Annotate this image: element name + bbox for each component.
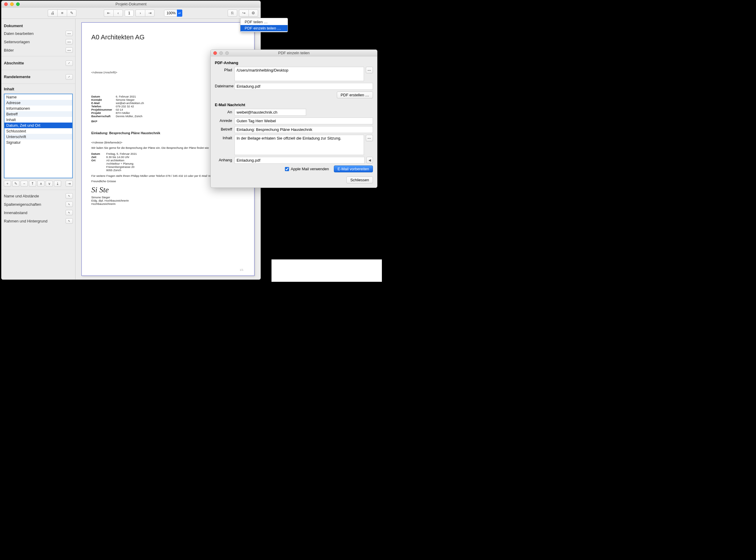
label-dateiname: Dateiname: [215, 83, 234, 88]
settings-button[interactable]: ≡: [57, 9, 67, 17]
pfad-input[interactable]: [234, 67, 364, 81]
label-an: An: [215, 109, 234, 114]
share-menu: PDF teilen … PDF einzeln teilen …: [240, 18, 288, 32]
label-pfad: Pfad: [215, 67, 234, 72]
company-name: A0 Architekten AG: [91, 34, 245, 41]
move-top-button[interactable]: ⤒: [29, 181, 36, 187]
gear-button[interactable]: ⚙: [249, 9, 258, 17]
list-item[interactable]: Name: [4, 94, 72, 100]
edit-icon[interactable]: ✎: [66, 218, 73, 224]
window-title: Projekt-Dokument: [1, 2, 260, 6]
browse-button[interactable]: •••: [366, 67, 373, 73]
section-email: E-Mail Nachricht: [215, 103, 373, 107]
dialog-window: PDF einzeln teilen PDF-Anhang Pfad ••• D…: [210, 49, 377, 188]
list-item[interactable]: Unterschrift: [4, 134, 72, 140]
section-pdf-anhang: PDF-Anhang: [215, 61, 373, 65]
move-down-button[interactable]: ∨: [46, 181, 53, 187]
last-page-button[interactable]: ⇥: [145, 9, 155, 17]
prop-rahmen[interactable]: Rahmen und Hintergrund: [4, 219, 47, 223]
dateiname-input[interactable]: [234, 83, 373, 90]
print-button[interactable]: 🖨: [48, 9, 57, 17]
anhang-input[interactable]: [234, 157, 365, 164]
import-button[interactable]: ⇥: [66, 181, 73, 187]
edit-button[interactable]: ✎: [67, 9, 76, 17]
list-item[interactable]: Signatur: [4, 140, 72, 145]
sidebar-item-seitenvorlagen[interactable]: Seitenvorlagen: [4, 40, 30, 44]
reveal-button[interactable]: ◀: [366, 157, 373, 163]
edit-icon[interactable]: ✎: [66, 193, 73, 199]
list-item[interactable]: Adresse: [4, 100, 72, 105]
label-anhang: Anhang: [215, 157, 234, 162]
share-button[interactable]: ↪: [239, 9, 249, 17]
move-up-button[interactable]: ∧: [37, 181, 44, 187]
main-titlebar: Projekt-Dokument: [1, 1, 260, 7]
sidebar-header-inhalt: Inhalt: [4, 85, 73, 93]
more-icon[interactable]: •••: [66, 39, 73, 44]
more-button[interactable]: •••: [366, 135, 373, 141]
label-inhalt: Inhalt: [215, 135, 234, 140]
more-icon[interactable]: •••: [66, 47, 73, 53]
edit-item-button[interactable]: ✎: [12, 181, 19, 187]
inhalt-input[interactable]: [234, 135, 364, 155]
sidebar-header-abschnitte: Abschnitte: [4, 60, 24, 66]
prop-spalten[interactable]: Spalteneigenschaften: [4, 202, 41, 207]
sidebar-header-dokument: Dokument: [4, 22, 73, 29]
pdf-erstellen-button[interactable]: PDF erstellen …: [337, 92, 373, 98]
expand-icon[interactable]: ⤢: [66, 61, 73, 66]
menu-item-pdf-einzeln[interactable]: PDF einzeln teilen …: [240, 25, 288, 31]
list-item[interactable]: Schlusstext: [4, 128, 72, 134]
betreff-input[interactable]: [234, 126, 373, 133]
add-button[interactable]: +: [4, 181, 11, 187]
an-input[interactable]: [234, 109, 306, 116]
list-item[interactable]: Informationen: [4, 105, 72, 111]
page-number: 1/1: [239, 268, 244, 271]
next-page-button[interactable]: ›: [135, 9, 145, 17]
anrede-input[interactable]: [234, 118, 373, 124]
prop-innenabstand[interactable]: Innenabstand: [4, 211, 27, 215]
edit-icon[interactable]: ✎: [66, 210, 73, 215]
move-bottom-button[interactable]: ⤓: [54, 181, 61, 187]
prop-name-abstand[interactable]: Name und Abstände: [4, 194, 39, 198]
toolbar: 🖨 ≡ ✎ ⇤ ‹ › ⇥ ▴▾ ⎘ ↪ ⚙: [1, 7, 260, 19]
dialog-title: PDF einzeln teilen: [211, 51, 377, 55]
remove-button[interactable]: −: [21, 181, 28, 187]
label-betreff: Betreff: [215, 126, 234, 132]
expand-icon[interactable]: ⤢: [66, 74, 73, 80]
sidebar-item-daten[interactable]: Daten bearbeiten: [4, 31, 34, 36]
sidebar-header-randelemente: Randelemente: [4, 73, 31, 80]
menu-item-pdf-teilen[interactable]: PDF teilen …: [240, 19, 288, 25]
apple-mail-checkbox[interactable]: Apple Mail verwenden: [285, 167, 329, 171]
apple-mail-checkbox-input[interactable]: [285, 167, 289, 171]
prev-page-button[interactable]: ‹: [113, 9, 123, 17]
email-vorbereiten-button[interactable]: E-Mail vorbereiten: [334, 165, 373, 172]
sidebar-item-bilder[interactable]: Bilder: [4, 48, 14, 53]
pdf-icon-button[interactable]: ⎘: [228, 9, 237, 17]
page-number-input[interactable]: [125, 10, 134, 16]
list-item[interactable]: Inhalt: [4, 117, 72, 123]
label-anrede: Anrede: [215, 118, 234, 123]
edit-icon[interactable]: ✎: [66, 202, 73, 207]
inhalt-listbox[interactable]: Name Adresse Informationen Betreff Inhal…: [4, 94, 73, 178]
more-icon[interactable]: •••: [66, 31, 73, 36]
sidebar: Dokument Daten bearbeiten••• Seitenvorla…: [1, 19, 76, 279]
schliessen-button[interactable]: Schliessen: [346, 177, 373, 183]
zoom-stepper[interactable]: ▴▾: [177, 9, 182, 17]
dialog-titlebar: PDF einzeln teilen: [211, 50, 377, 56]
first-page-button[interactable]: ⇤: [104, 9, 113, 17]
list-item[interactable]: Betreff: [4, 111, 72, 117]
list-item-selected[interactable]: Datum, Zeit und Ort: [4, 123, 72, 128]
